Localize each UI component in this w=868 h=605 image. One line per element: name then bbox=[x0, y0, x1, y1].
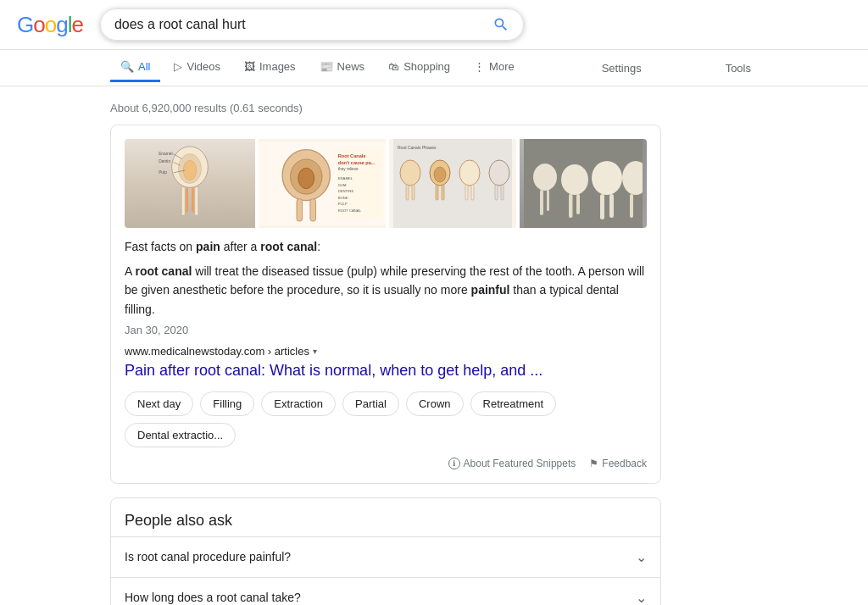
search-button[interactable] bbox=[492, 16, 509, 33]
header: Google bbox=[0, 0, 868, 50]
svg-point-16 bbox=[298, 168, 314, 188]
tab-news-label: News bbox=[337, 60, 365, 73]
logo-g: G bbox=[17, 12, 33, 37]
svg-rect-39 bbox=[465, 185, 468, 200]
svg-text:GUM: GUM bbox=[338, 183, 347, 187]
svg-point-2 bbox=[183, 160, 197, 180]
paa-question-1: Is root canal procedure painful? bbox=[125, 550, 291, 563]
info-icon: ℹ bbox=[448, 458, 460, 469]
logo-g2: g bbox=[56, 12, 67, 37]
snippet-image-2: Root Canals don't cause pa... they relie… bbox=[259, 139, 386, 228]
tab-more-label: More bbox=[489, 60, 515, 73]
tab-images[interactable]: 🖼 Images bbox=[234, 53, 306, 82]
svg-text:BONE: BONE bbox=[338, 196, 348, 200]
svg-point-48 bbox=[561, 164, 588, 195]
tab-images-label: Images bbox=[259, 60, 296, 73]
svg-text:Pulp: Pulp bbox=[159, 170, 167, 175]
svg-text:Root Canals: Root Canals bbox=[338, 153, 366, 158]
logo-o1: o bbox=[33, 12, 44, 37]
svg-rect-42 bbox=[495, 185, 498, 200]
google-logo[interactable]: Google bbox=[17, 12, 83, 38]
svg-rect-52 bbox=[600, 194, 604, 219]
svg-text:ENAMEL: ENAMEL bbox=[338, 176, 353, 180]
chevron-down-icon-2: ⌄ bbox=[636, 590, 647, 605]
paa-question-2: How long does a root canal take? bbox=[125, 591, 301, 604]
shopping-icon: 🛍 bbox=[388, 60, 399, 73]
people-also-ask-section: People also ask Is root canal procedure … bbox=[110, 497, 661, 605]
tools-link[interactable]: Tools bbox=[719, 55, 758, 81]
search-input[interactable] bbox=[114, 17, 492, 32]
snippet-chips: Next day Filling Extraction Partial Crow… bbox=[125, 391, 647, 447]
svg-text:Root Canals Phases: Root Canals Phases bbox=[398, 145, 437, 150]
snippet-body: A root canal will treat the diseased tis… bbox=[125, 262, 647, 319]
svg-rect-18 bbox=[310, 199, 316, 221]
chip-dental-extraction[interactable]: Dental extractio... bbox=[125, 423, 236, 447]
tab-shopping[interactable]: 🛍 Shopping bbox=[378, 53, 460, 82]
svg-rect-33 bbox=[412, 185, 415, 200]
nav-tabs: 🔍 All ▷ Videos 🖼 Images 📰 News 🛍 Shoppin… bbox=[0, 50, 868, 86]
about-featured-snippets[interactable]: ℹ About Featured Snippets bbox=[448, 458, 576, 469]
svg-point-38 bbox=[459, 160, 480, 186]
images-icon: 🖼 bbox=[244, 60, 255, 73]
svg-rect-37 bbox=[442, 185, 444, 200]
svg-text:don't cause pa...: don't cause pa... bbox=[338, 160, 376, 165]
logo-e: e bbox=[71, 12, 82, 37]
svg-text:Dentin: Dentin bbox=[159, 159, 170, 164]
snippet-image-4 bbox=[520, 139, 647, 228]
settings-link[interactable]: Settings bbox=[595, 55, 648, 81]
snippet-fast-facts: Fast facts on pain after a root canal: bbox=[125, 240, 647, 253]
snippet-image-1: Enamel Dentin Pulp bbox=[125, 139, 255, 228]
logo-o2: o bbox=[45, 12, 56, 37]
about-snippets-label: About Featured Snippets bbox=[464, 458, 576, 469]
chip-filling[interactable]: Filling bbox=[200, 391, 254, 416]
feedback-label: Feedback bbox=[602, 458, 647, 469]
source-dropdown-arrow[interactable]: ▾ bbox=[313, 347, 317, 356]
snippet-date: Jan 30, 2020 bbox=[125, 324, 647, 336]
svg-rect-40 bbox=[471, 185, 474, 200]
snippet-source: www.medicalnewstoday.com › articles ▾ bbox=[125, 345, 647, 358]
snippet-footer: ℹ About Featured Snippets ⚑ Feedback bbox=[125, 458, 647, 469]
video-icon: ▷ bbox=[174, 60, 182, 73]
svg-rect-36 bbox=[436, 185, 438, 200]
svg-point-41 bbox=[489, 160, 509, 186]
tab-all[interactable]: 🔍 All bbox=[110, 53, 160, 82]
snippet-link[interactable]: Pain after root canal: What is normal, w… bbox=[125, 361, 647, 380]
svg-rect-50 bbox=[576, 194, 580, 214]
svg-rect-5 bbox=[186, 187, 188, 212]
tab-all-label: All bbox=[138, 60, 150, 73]
results-count: About 6,920,000 results (0.61 seconds) bbox=[110, 102, 758, 114]
paa-item-1[interactable]: Is root canal procedure painful? ⌄ bbox=[111, 536, 660, 577]
svg-text:ROOT CANAL: ROOT CANAL bbox=[338, 208, 362, 213]
feedback-button[interactable]: ⚑ Feedback bbox=[589, 458, 647, 469]
svg-rect-3 bbox=[181, 186, 185, 215]
chevron-down-icon-1: ⌄ bbox=[636, 549, 647, 565]
flag-icon: ⚑ bbox=[589, 458, 598, 469]
svg-rect-4 bbox=[195, 186, 198, 215]
svg-rect-17 bbox=[297, 199, 303, 221]
tab-news[interactable]: 📰 News bbox=[309, 53, 376, 82]
svg-rect-43 bbox=[501, 185, 504, 200]
snippet-url: www.medicalnewstoday.com › articles bbox=[125, 345, 309, 358]
chip-next-day[interactable]: Next day bbox=[125, 391, 193, 416]
tab-videos[interactable]: ▷ Videos bbox=[164, 53, 231, 82]
svg-text:Enamel: Enamel bbox=[159, 152, 172, 156]
chip-retreatment[interactable]: Retreatment bbox=[470, 391, 557, 416]
chip-crown[interactable]: Crown bbox=[406, 391, 464, 416]
svg-point-35 bbox=[434, 167, 446, 182]
featured-snippet: Enamel Dentin Pulp bbox=[110, 125, 661, 484]
paa-item-2[interactable]: How long does a root canal take? ⌄ bbox=[111, 577, 660, 605]
svg-point-45 bbox=[533, 164, 557, 191]
svg-rect-6 bbox=[192, 187, 194, 212]
chip-extraction[interactable]: Extraction bbox=[261, 391, 336, 416]
svg-rect-46 bbox=[540, 190, 543, 215]
chip-partial[interactable]: Partial bbox=[342, 391, 399, 416]
tab-more[interactable]: ⋮ More bbox=[464, 53, 525, 82]
search-bar[interactable] bbox=[100, 8, 524, 41]
snippet-image-3: Root Canals Phases bbox=[389, 139, 516, 228]
news-icon: 📰 bbox=[320, 60, 333, 73]
svg-rect-49 bbox=[569, 194, 573, 218]
svg-text:they relieve: they relieve bbox=[338, 167, 359, 171]
svg-rect-47 bbox=[547, 190, 549, 211]
all-icon: 🔍 bbox=[120, 60, 134, 73]
svg-rect-32 bbox=[406, 185, 409, 200]
